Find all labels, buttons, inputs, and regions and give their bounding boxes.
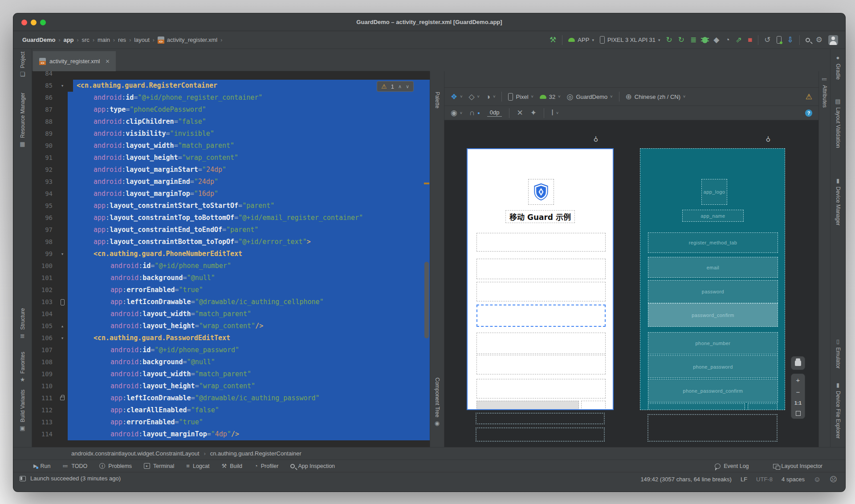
- code-line[interactable]: 106▾<cn.authing.guard.PasswordEditText: [32, 332, 430, 344]
- line-ending-indicator[interactable]: LF: [741, 476, 747, 483]
- maximize-button[interactable]: [40, 20, 46, 25]
- code-line[interactable]: 88android:clipChildren="false": [32, 116, 430, 128]
- gradle-sync-icon[interactable]: ↺: [764, 36, 770, 44]
- tool-window-anchor-icon[interactable]: [20, 476, 26, 481]
- breadcrumb-item[interactable]: src: [82, 37, 90, 43]
- design-preview-phone[interactable]: 移动 Guard 示例: [467, 148, 614, 410]
- close-button[interactable]: [21, 20, 27, 25]
- inspection-lens[interactable]: ⚠ 1 ∧ ∨: [377, 81, 414, 92]
- preview-field[interactable]: [476, 282, 606, 301]
- code-line[interactable]: 111app:leftIconDrawable="@drawable/ic_au…: [32, 392, 430, 404]
- indent-indicator[interactable]: 4 spaces: [782, 476, 805, 483]
- code-line[interactable]: 84: [32, 71, 430, 80]
- fold-icon[interactable]: ▾: [61, 80, 64, 92]
- toolwindow-todo[interactable]: ≔TODO: [62, 463, 87, 469]
- preview-field[interactable]: [476, 305, 606, 327]
- zoom-1to1-button[interactable]: 1:1: [794, 401, 802, 406]
- feedback-sad-icon[interactable]: ☹: [830, 475, 837, 484]
- breadcrumb-item[interactable]: layout: [134, 37, 150, 43]
- code-line[interactable]: 87app:type="phoneCodePassword": [32, 104, 430, 116]
- profile-avatar[interactable]: [828, 35, 838, 45]
- stop-icon[interactable]: ■: [748, 36, 752, 44]
- code-line[interactable]: 86android:id="@+id/phone_register_contai…: [32, 92, 430, 104]
- zoom-out-icon[interactable]: −: [796, 389, 800, 395]
- encoding-indicator[interactable]: UTF-8: [756, 476, 773, 483]
- code-line[interactable]: 107android:id="@+id/phone_password": [32, 344, 430, 356]
- xml-breadcrumb-item[interactable]: androidx.constraintlayout.widget.Constra…: [71, 450, 200, 457]
- sidebar-item-structure[interactable]: Structure≣: [13, 308, 32, 339]
- toolwindow-layout-inspector[interactable]: Layout Inspector: [773, 463, 822, 469]
- debug-icon[interactable]: [702, 37, 708, 43]
- blueprint-phone_number[interactable]: phone_number: [648, 332, 778, 354]
- fold-icon[interactable]: ▾: [61, 248, 64, 260]
- sidebar-item-resource-manager[interactable]: Resource Manager▦: [13, 93, 32, 147]
- default-margin-select[interactable]: 0dp: [487, 109, 502, 117]
- zoom-to-fit-icon[interactable]: [796, 411, 801, 416]
- clear-constraints-button[interactable]: ✕: [517, 109, 523, 117]
- toolwindow-logcat[interactable]: ≡Logcat: [186, 463, 209, 469]
- code-line[interactable]: 94android:layout_marginTop="16dp": [32, 188, 430, 200]
- device-manager-icon[interactable]: [777, 36, 782, 44]
- code-line[interactable]: 91android:layout_height="wrap_content": [32, 152, 430, 164]
- code-line[interactable]: 97app:layout_constraintEnd_toEndOf="pare…: [32, 224, 430, 236]
- code-line[interactable]: 96app:layout_constraintTop_toBottomOf="@…: [32, 212, 430, 224]
- blueprint-email[interactable]: email: [648, 257, 778, 278]
- code-line[interactable]: 95app:layout_constraintStart_toStartOf="…: [32, 200, 430, 212]
- preview-field[interactable]: [476, 259, 606, 279]
- palette-tab[interactable]: Palette: [430, 92, 444, 108]
- toolwindow-problems[interactable]: !Problems: [99, 463, 132, 469]
- api-level-select[interactable]: 32˅: [540, 93, 561, 100]
- prev-issue-icon[interactable]: ∧: [398, 84, 402, 89]
- code-line[interactable]: 93android:layout_marginEnd="24dp": [32, 176, 430, 188]
- sidebar-item-favorites[interactable]: Favorites★: [13, 352, 32, 383]
- code-line[interactable]: 103app:leftIconDrawable="@drawable/ic_au…: [32, 296, 430, 308]
- search-icon[interactable]: [806, 38, 810, 42]
- code-line[interactable]: 101android:background="@null": [32, 272, 430, 284]
- feedback-happy-icon[interactable]: ☺: [814, 476, 821, 484]
- blueprint-app_logo[interactable]: app_logo: [701, 179, 727, 205]
- next-issue-icon[interactable]: ∨: [406, 84, 409, 89]
- profiler-icon[interactable]: ◔: [725, 36, 729, 44]
- code-line[interactable]: 100android:id="@+id/phone_number": [32, 260, 430, 272]
- close-tab-icon[interactable]: ✕: [105, 58, 110, 65]
- pack-select[interactable]: Ⅰ˅: [551, 109, 558, 117]
- code-line[interactable]: 104android:layout_width="match_parent": [32, 308, 430, 320]
- code-line[interactable]: 108android:background="@null": [32, 356, 430, 368]
- blueprint-bottom-box[interactable]: [748, 403, 778, 410]
- code-line[interactable]: 105▴android:layout_height="wrap_content"…: [32, 320, 430, 332]
- device-select[interactable]: PIXEL 3 XL API 31▾: [600, 36, 660, 44]
- blueprint-password_confirm[interactable]: password_confirm: [648, 303, 778, 327]
- preview-field[interactable]: [476, 379, 606, 398]
- sidebar-item-device-manager[interactable]: ▮Device Manager: [831, 177, 845, 225]
- sdk-manager-icon[interactable]: ⇩: [787, 36, 794, 44]
- night-mode-select[interactable]: ◑˅: [486, 93, 496, 101]
- code-line[interactable]: 112app:clearAllEnabled="false": [32, 404, 430, 416]
- tab-activity-register-xml[interactable]: activity_register.xml ✕: [33, 51, 116, 71]
- cellphone-gutter-icon[interactable]: [61, 299, 65, 305]
- code-line[interactable]: 114android:layout_marginTop="4dp"/>: [32, 428, 430, 440]
- code-line[interactable]: 110android:layout_height="wrap_content": [32, 380, 430, 392]
- sidebar-item-build-variants[interactable]: Build Variants▣: [13, 390, 32, 431]
- code-line[interactable]: 99▾<cn.authing.guard.PhoneNumberEditText: [32, 248, 430, 260]
- toolwindow-profiler[interactable]: ◔Profiler: [254, 463, 278, 469]
- blueprint-password[interactable]: password: [648, 280, 778, 303]
- apply-code-changes-icon[interactable]: ↻: [678, 36, 684, 44]
- infer-constraints-icon[interactable]: ✦: [530, 109, 537, 117]
- breadcrumb-item[interactable]: GuardDemo: [22, 37, 55, 43]
- toolwindow-terminal[interactable]: ▸Terminal: [144, 463, 174, 469]
- warning-stripe-mark[interactable]: [424, 183, 429, 184]
- toolwindow-app-inspection[interactable]: App Inspection: [290, 463, 335, 469]
- preview-button-bar[interactable]: [476, 401, 579, 410]
- view-options-select[interactable]: ◉˅: [451, 109, 462, 117]
- breadcrumb-item[interactable]: activity_register.xml: [158, 37, 217, 44]
- autoconnect-toggle[interactable]: ∩●: [469, 109, 480, 117]
- locale-select[interactable]: ⊕Chinese (zh / CN)˅: [626, 93, 686, 101]
- app-name-preview[interactable]: 移动 Guard 示例: [505, 210, 575, 223]
- preview-field[interactable]: [476, 233, 606, 252]
- caret-position[interactable]: 149:42 (3057 chars, 64 line breaks): [640, 476, 732, 483]
- blueprint-phone[interactable]: app_logoapp_nameregister_method_tabemail…: [640, 148, 785, 410]
- blueprint-app_name[interactable]: app_name: [682, 210, 744, 222]
- profile-app-icon[interactable]: ◆: [713, 36, 719, 44]
- breadcrumb-item[interactable]: app: [63, 37, 73, 43]
- code-line[interactable]: 90android:layout_width="match_parent": [32, 140, 430, 152]
